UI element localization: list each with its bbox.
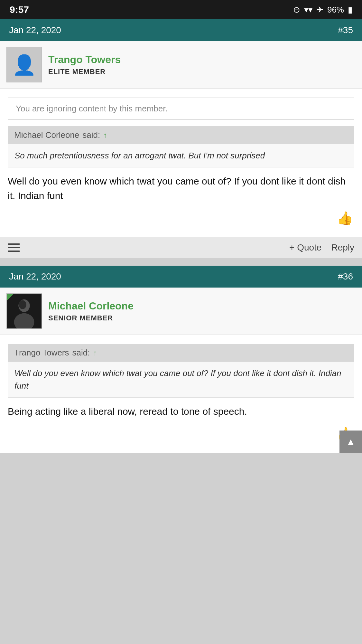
post-36-emoji: 👍: [8, 424, 354, 444]
status-icons: ⊖ ▾▾ ✈ 96% ▮: [293, 5, 352, 15]
post-35-date: Jan 22, 2020: [9, 25, 61, 35]
post-36-quote-header: Trango Towers said: ↑: [8, 344, 354, 362]
airplane-icon: ✈: [316, 5, 323, 15]
post-36-text: Being acting like a liberal now, reread …: [8, 404, 354, 419]
post-36-date: Jan 22, 2020: [9, 271, 61, 282]
post-35-quote-text: So much pretentiousness for an arrogant …: [8, 144, 354, 167]
post-35-emoji: 👍: [8, 208, 354, 228]
post-35-quote-said: said:: [82, 130, 100, 140]
post-36-username[interactable]: Michael Corleone: [48, 300, 134, 312]
post-35-header: Jan 22, 2020 #35: [0, 19, 362, 41]
post-36: Jan 22, 2020 #36 Michael Corleone SENIOR…: [0, 266, 362, 453]
post-36-quote: Trango Towers said: ↑ Well do you even k…: [8, 344, 354, 398]
battery-percent: 96%: [327, 5, 344, 15]
post-35-text: Well do you even know which twat you cam…: [8, 174, 354, 203]
post-36-number: #36: [338, 271, 353, 282]
post-36-quote-text: Well do you even know which twat you cam…: [8, 362, 354, 398]
post-36-wrapper: Jan 22, 2020 #36 Michael Corleone SENIOR…: [0, 266, 362, 453]
post-36-body: Trango Towers said: ↑ Well do you even k…: [0, 335, 362, 453]
post-35-meta: 👤 Trango Towers ELITE MEMBER: [0, 41, 362, 89]
reply-button[interactable]: Reply: [331, 242, 354, 253]
post-36-avatar: [6, 293, 42, 329]
post-36-header: Jan 22, 2020 #36: [0, 266, 362, 288]
ignore-notice: You are ignoring content by this member.: [8, 98, 354, 120]
avatar-placeholder-icon: 👤: [12, 53, 36, 76]
post-35-quote-arrow[interactable]: ↑: [103, 131, 107, 140]
post-35-avatar: 👤: [6, 47, 42, 82]
post-35-quote-author[interactable]: Michael Corleone: [14, 130, 79, 140]
post-36-quote-author[interactable]: Trango Towers: [14, 348, 69, 358]
post-35-quote-header: Michael Corleone said: ↑: [8, 126, 354, 144]
post-36-user-info: Michael Corleone SENIOR MEMBER: [48, 300, 134, 322]
scroll-to-top-button[interactable]: ▲: [339, 431, 362, 453]
post-35-user-info: Trango Towers ELITE MEMBER: [48, 54, 121, 76]
post-35-actions: + Quote Reply: [289, 242, 354, 253]
post-36-quote-arrow[interactable]: ↑: [93, 348, 97, 357]
post-35-user-rank: ELITE MEMBER: [48, 68, 121, 76]
thumbs-up-emoji[interactable]: 👍: [337, 211, 353, 226]
wifi-icon: ▾▾: [304, 5, 312, 15]
post-35-username[interactable]: Trango Towers: [48, 54, 121, 66]
post-36-user-rank: SENIOR MEMBER: [48, 314, 134, 322]
post-35-quote: Michael Corleone said: ↑ So much pretent…: [8, 126, 354, 167]
quote-button[interactable]: + Quote: [289, 242, 321, 253]
post-36-meta: Michael Corleone SENIOR MEMBER: [0, 288, 362, 335]
chevron-up-icon: ▲: [346, 437, 355, 447]
post-35-footer: + Quote Reply: [0, 237, 362, 258]
post-36-quote-said: said:: [72, 348, 90, 358]
status-time: 9:57: [10, 4, 29, 15]
svg-point-3: [19, 300, 26, 309]
post-35-body: You are ignoring content by this member.…: [0, 89, 362, 237]
battery-icon: ▮: [348, 5, 352, 15]
post-35: Jan 22, 2020 #35 👤 Trango Towers ELITE M…: [0, 19, 362, 258]
minus-circle-icon: ⊖: [293, 5, 300, 15]
hamburger-menu-icon[interactable]: [8, 243, 20, 252]
post-35-number: #35: [338, 25, 353, 35]
gap-between-posts: [0, 258, 362, 266]
status-bar: 9:57 ⊖ ▾▾ ✈ 96% ▮: [0, 0, 362, 19]
